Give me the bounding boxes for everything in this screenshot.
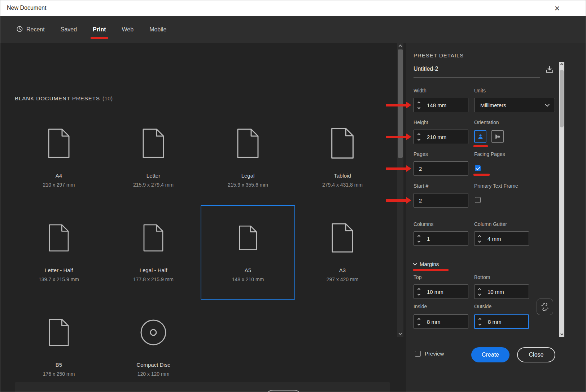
columns-input[interactable] [424, 236, 468, 242]
annotation-underline-portrait [473, 145, 488, 147]
page-icon [237, 127, 259, 160]
width-input[interactable] [424, 102, 468, 108]
column-gutter-label: Column Gutter [474, 221, 507, 227]
tab-saved[interactable]: Saved [61, 26, 77, 33]
margin-inside-label: Inside [414, 304, 427, 309]
panel-scrollbar[interactable] [559, 62, 564, 337]
annotation-underline-print [91, 37, 108, 39]
preset-name: Legal - Half [140, 267, 167, 273]
preset-tile-legal[interactable]: Legal 215.9 x 355.6 mm [201, 110, 295, 205]
preview-label: Preview [425, 350, 444, 357]
preset-name: Letter - Half [45, 267, 73, 273]
columns-field[interactable] [414, 231, 468, 246]
preset-name: B5 [56, 362, 62, 368]
margin-top-field[interactable] [414, 284, 468, 299]
primary-text-frame-label: Primary Text Frame [474, 183, 518, 189]
orientation-landscape-icon[interactable] [491, 130, 504, 143]
presets-heading: BLANK DOCUMENT PRESETS(10) [15, 95, 113, 101]
panel-heading: PRESET DETAILS [414, 52, 464, 58]
tab-label: Recent [26, 26, 45, 33]
preset-tile-compact-disc[interactable]: Compact Disc 120 x 120 mm [106, 300, 201, 392]
margin-inside-input[interactable] [424, 319, 468, 325]
pages-field[interactable] [414, 161, 468, 176]
scroll-down-icon[interactable] [399, 332, 402, 335]
presets-area: BLANK DOCUMENT PRESETS(10) A4 210 x 297 … [0, 43, 397, 392]
margin-outside-stepper[interactable] [475, 315, 485, 328]
height-stepper[interactable] [414, 130, 424, 144]
start-number-input[interactable] [414, 197, 468, 204]
go-button[interactable]: Go [265, 390, 302, 392]
close-icon[interactable]: ✕ [552, 3, 563, 13]
margin-outside-input[interactable] [485, 319, 528, 325]
tab-label: Web [122, 26, 134, 33]
start-number-field[interactable] [414, 193, 468, 208]
margins-section-toggle[interactable]: Margins [414, 261, 439, 267]
column-gutter-field[interactable] [474, 231, 529, 246]
height-input[interactable] [424, 134, 468, 140]
height-field[interactable] [414, 130, 468, 144]
preset-tile-a5[interactable]: A5 148 x 210 mm [201, 205, 295, 300]
preset-tile-legal-half[interactable]: Legal - Half 177.8 x 215.9 mm [106, 205, 201, 300]
tab-recent[interactable]: Recent [16, 26, 45, 34]
scroll-up-icon[interactable] [399, 45, 402, 48]
page-icon [48, 222, 69, 254]
preset-dims: 297 x 420 mm [327, 276, 359, 282]
presets-scrollbar[interactable] [397, 43, 403, 337]
save-preset-icon[interactable] [544, 65, 555, 75]
preset-tile-b5[interactable]: B5 176 x 250 mm [12, 300, 106, 392]
new-document-dialog: New Document ✕ Recent Saved Print Web Mo… [0, 0, 586, 392]
preset-tile-letter[interactable]: Letter 215.9 x 279.4 mm [106, 110, 201, 205]
close-button[interactable]: Close [517, 347, 555, 362]
scroll-up-icon[interactable] [560, 63, 563, 66]
margin-bottom-input[interactable] [485, 289, 529, 295]
margin-bottom-label: Bottom [474, 274, 490, 280]
margin-outside-field[interactable] [474, 314, 529, 329]
preset-name: Legal [241, 173, 255, 179]
margin-top-label: Top [414, 274, 422, 280]
tab-print[interactable]: Print [93, 26, 106, 33]
create-button[interactable]: Create [471, 347, 510, 362]
annotation-underline-facing-pages [473, 174, 490, 176]
orientation-portrait-icon[interactable] [474, 130, 486, 143]
dialog-title: New Document [7, 5, 46, 11]
scroll-down-icon[interactable] [560, 332, 563, 335]
preset-dims: 139.7 x 215.9 mm [39, 276, 79, 282]
scrollbar-thumb[interactable] [560, 70, 564, 127]
pages-input[interactable] [414, 166, 468, 172]
columns-stepper[interactable] [414, 232, 424, 245]
width-stepper[interactable] [414, 98, 424, 112]
margin-bottom-field[interactable] [474, 284, 529, 299]
margin-top-stepper[interactable] [414, 285, 424, 299]
margin-bottom-stepper[interactable] [475, 285, 485, 299]
link-margins-icon[interactable] [537, 299, 553, 315]
margin-inside-stepper[interactable] [414, 315, 424, 328]
start-number-label: Start # [414, 183, 428, 189]
margin-top-input[interactable] [424, 289, 468, 295]
preset-dims: 215.9 x 355.6 mm [228, 182, 268, 188]
preset-tile-a3[interactable]: A3 297 x 420 mm [295, 205, 390, 300]
primary-text-frame-checkbox[interactable] [475, 197, 481, 203]
page-icon [143, 222, 164, 254]
tab-mobile[interactable]: Mobile [149, 26, 166, 33]
units-dropdown[interactable]: Millimeters [474, 98, 555, 112]
presets-count: (10) [102, 95, 113, 101]
search-input[interactable] [118, 391, 263, 392]
preview-checkbox[interactable] [415, 351, 421, 357]
units-value: Millimeters [480, 102, 506, 108]
scrollbar-thumb[interactable] [398, 49, 403, 158]
document-name-field[interactable]: Untitled-2 [414, 66, 540, 78]
margin-inside-field[interactable] [414, 314, 468, 329]
preset-tile-a4[interactable]: A4 210 x 297 mm [12, 110, 106, 205]
preset-tile-letter-half[interactable]: Letter - Half 139.7 x 215.9 mm [12, 205, 106, 300]
tab-label: Saved [61, 26, 77, 33]
preset-dims: 215.9 x 279.4 mm [133, 182, 174, 188]
facing-pages-checkbox[interactable] [475, 165, 481, 171]
width-field[interactable] [414, 98, 468, 112]
column-gutter-input[interactable] [485, 236, 529, 242]
presets-heading-text: BLANK DOCUMENT PRESETS [15, 95, 100, 101]
preset-tile-tabloid[interactable]: Tabloid 279.4 x 431.8 mm [295, 110, 390, 205]
tab-web[interactable]: Web [122, 26, 134, 33]
preset-dims: 279.4 x 431.8 mm [322, 182, 363, 188]
column-gutter-stepper[interactable] [475, 232, 485, 245]
facing-pages-label: Facing Pages [474, 151, 505, 157]
